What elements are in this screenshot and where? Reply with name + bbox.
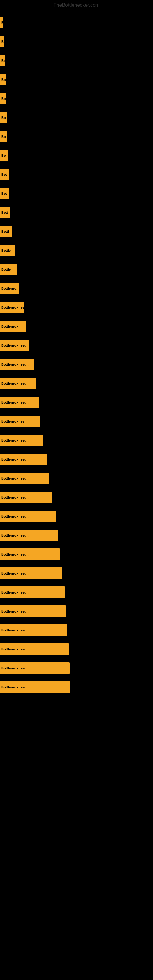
site-title: TheBottlenecker.com xyxy=(0,0,153,10)
bar-item: Bottleneck resu xyxy=(0,340,29,351)
bar-item: Bo xyxy=(0,55,5,67)
bar-row: Bott xyxy=(0,204,153,222)
bar-item: Bottleneck result xyxy=(0,396,38,408)
bar-item: Bottleneck result xyxy=(0,359,33,370)
bar-item: Bottleneck r xyxy=(0,321,26,332)
bar-row: Bottleneck result xyxy=(0,431,153,450)
bar-row: Bottleneck result xyxy=(0,488,153,506)
bar-row: Bottleneck result xyxy=(0,621,153,640)
bar-item: Bottl xyxy=(0,226,12,237)
bar-row: Bo xyxy=(0,51,153,70)
bar-row: Bottleneck result xyxy=(0,393,153,412)
bar-item: Bottleneck result xyxy=(0,453,46,465)
bar-item: Bottlenec xyxy=(0,283,19,294)
bar-item: B xyxy=(0,17,3,29)
bar-row: Bottlenec xyxy=(0,279,153,298)
bar-row: Bo xyxy=(0,70,153,89)
bar-row: B xyxy=(0,32,153,51)
bar-item: Bottleneck resu xyxy=(0,378,36,389)
bar-row: Bottleneck resu xyxy=(0,374,153,393)
bar-row: Bottleneck result xyxy=(0,602,153,620)
bar-row: Bottleneck result xyxy=(0,450,153,469)
bar-row: Bottleneck result xyxy=(0,355,153,374)
bar-row: Bottleneck result xyxy=(0,659,153,678)
bar-item: Bott xyxy=(0,207,10,218)
bar-row: Bo xyxy=(0,127,153,146)
bar-row: Bo xyxy=(0,89,153,108)
bar-item: Bottleneck result xyxy=(0,681,70,693)
bar-row: B xyxy=(0,13,153,32)
bar-item: Bo xyxy=(0,112,7,123)
bar-item: Bo xyxy=(0,93,6,105)
bar-row: Bottleneck result xyxy=(0,640,153,659)
bar-item: Bottle xyxy=(0,264,16,275)
bar-row: Bottleneck result xyxy=(0,526,153,544)
bar-item: Bottleneck result xyxy=(0,643,69,655)
bar-item: Bottleneck result xyxy=(0,530,57,541)
bar-row: Bottleneck resu xyxy=(0,336,153,355)
bar-row: Bottleneck result xyxy=(0,507,153,525)
bar-item: Bottleneck result xyxy=(0,473,49,484)
bar-item: Bottle xyxy=(0,245,15,256)
bar-item: Bo xyxy=(0,150,8,161)
bar-item: Bottleneck result xyxy=(0,568,62,579)
bar-item: Bottleneck result xyxy=(0,492,52,503)
bar-item: Bottleneck result xyxy=(0,605,66,617)
bar-row: Bottleneck result xyxy=(0,678,153,697)
bar-item: Bottleneck result xyxy=(0,587,65,598)
bar-row: Bottleneck result xyxy=(0,564,153,582)
bar-item: Bottleneck result xyxy=(0,624,67,636)
bars-container: BBBoBoBoBoBoBoBotBotBottBottlBottleBottl… xyxy=(0,10,153,697)
bar-row: Bottleneck result xyxy=(0,583,153,601)
bar-item: Bottleneck result xyxy=(0,434,43,446)
bar-row: Bottleneck res xyxy=(0,298,153,317)
bar-item: Bottleneck res xyxy=(0,302,24,313)
bar-item: Bot xyxy=(0,188,9,199)
bar-row: Bottle xyxy=(0,260,153,279)
bar-item: Bottleneck result xyxy=(0,549,60,560)
bar-row: Bottleneck res xyxy=(0,412,153,431)
bar-item: Bottleneck res xyxy=(0,415,40,427)
bar-item: Bo xyxy=(0,74,5,86)
bar-item: B xyxy=(0,36,4,48)
bar-row: Bottleneck r xyxy=(0,317,153,336)
bar-row: Bottle xyxy=(0,241,153,260)
bar-row: Bot xyxy=(0,165,153,184)
bar-row: Bot xyxy=(0,185,153,203)
bar-row: Bottleneck result xyxy=(0,545,153,563)
bar-row: Bo xyxy=(0,146,153,165)
bar-row: Bo xyxy=(0,108,153,127)
bar-item: Bottleneck result xyxy=(0,662,70,674)
bar-item: Bot xyxy=(0,169,9,180)
bar-row: Bottleneck result xyxy=(0,469,153,488)
bar-item: Bottleneck result xyxy=(0,511,56,522)
bar-item: Bo xyxy=(0,131,7,142)
bar-row: Bottl xyxy=(0,222,153,241)
